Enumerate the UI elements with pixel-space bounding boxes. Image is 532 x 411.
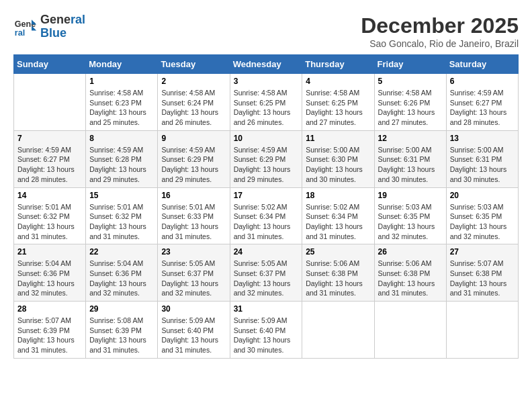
day-number: 2 [161,77,226,86]
calendar-cell: 30Sunrise: 5:09 AM Sunset: 6:40 PM Dayli… [158,302,230,359]
cell-details: Sunrise: 5:03 AM Sunset: 6:35 PM Dayligh… [450,202,515,242]
cell-details: Sunrise: 4:58 AM Sunset: 6:23 PM Dayligh… [89,88,154,128]
cell-details: Sunrise: 5:05 AM Sunset: 6:37 PM Dayligh… [161,259,226,298]
calendar-cell: 20Sunrise: 5:03 AM Sunset: 6:35 PM Dayli… [446,187,518,244]
day-number: 3 [234,77,299,86]
cell-details: Sunrise: 4:58 AM Sunset: 6:24 PM Dayligh… [161,88,226,128]
day-number: 23 [161,247,226,257]
day-number: 18 [306,191,370,200]
calendar-cell: 9Sunrise: 4:59 AM Sunset: 6:29 PM Daylig… [158,130,230,187]
calendar-cell: 8Sunrise: 4:59 AM Sunset: 6:28 PM Daylig… [86,130,158,187]
calendar-week-5: 28Sunrise: 5:07 AM Sunset: 6:39 PM Dayli… [14,302,519,359]
calendar-cell: 18Sunrise: 5:02 AM Sunset: 6:34 PM Dayli… [302,187,374,244]
day-number: 1 [89,77,154,86]
col-header-sunday: Sunday [14,55,86,74]
cell-details: Sunrise: 5:00 AM Sunset: 6:30 PM Dayligh… [306,145,370,185]
month-title: December 2025 [361,13,519,38]
cell-details: Sunrise: 5:01 AM Sunset: 6:32 PM Dayligh… [17,202,82,242]
calendar-week-1: 1Sunrise: 4:58 AM Sunset: 6:23 PM Daylig… [14,74,519,131]
cell-details: Sunrise: 4:58 AM Sunset: 6:26 PM Dayligh… [378,88,443,128]
day-number: 6 [450,77,515,86]
cell-details: Sunrise: 5:01 AM Sunset: 6:33 PM Dayligh… [161,202,226,242]
calendar-cell: 7Sunrise: 4:59 AM Sunset: 6:27 PM Daylig… [14,130,86,187]
calendar-cell [374,302,446,359]
calendar-cell: 28Sunrise: 5:07 AM Sunset: 6:39 PM Dayli… [14,302,86,359]
page-header: Gene ral General Blue December 2025 Sao … [13,13,519,49]
day-number: 22 [89,247,154,257]
day-number: 14 [17,191,82,200]
calendar-cell: 4Sunrise: 4:58 AM Sunset: 6:25 PM Daylig… [302,74,374,131]
col-header-thursday: Thursday [302,55,374,74]
day-number: 4 [306,77,370,86]
calendar-cell: 6Sunrise: 4:59 AM Sunset: 6:27 PM Daylig… [446,74,518,131]
calendar-cell: 27Sunrise: 5:07 AM Sunset: 6:38 PM Dayli… [446,244,518,302]
calendar-cell [14,74,86,131]
calendar-week-3: 14Sunrise: 5:01 AM Sunset: 6:32 PM Dayli… [14,187,519,244]
location: Sao Goncalo, Rio de Janeiro, Brazil [361,38,519,49]
cell-details: Sunrise: 5:07 AM Sunset: 6:39 PM Dayligh… [17,316,82,355]
col-header-tuesday: Tuesday [158,55,230,74]
calendar-week-4: 21Sunrise: 5:04 AM Sunset: 6:36 PM Dayli… [14,244,519,302]
cell-details: Sunrise: 4:58 AM Sunset: 6:25 PM Dayligh… [306,88,370,128]
calendar-cell [446,302,518,359]
cell-details: Sunrise: 5:02 AM Sunset: 6:34 PM Dayligh… [234,202,299,242]
day-number: 9 [161,134,226,143]
day-number: 17 [234,191,299,200]
day-number: 11 [306,134,370,143]
day-number: 15 [89,191,154,200]
cell-details: Sunrise: 4:59 AM Sunset: 6:29 PM Dayligh… [161,145,226,185]
calendar-cell: 11Sunrise: 5:00 AM Sunset: 6:30 PM Dayli… [302,130,374,187]
col-header-friday: Friday [374,55,446,74]
cell-details: Sunrise: 5:02 AM Sunset: 6:34 PM Dayligh… [306,202,370,242]
calendar-cell [302,302,374,359]
cell-details: Sunrise: 4:59 AM Sunset: 6:27 PM Dayligh… [450,88,515,128]
day-number: 25 [306,247,370,257]
cell-details: Sunrise: 4:58 AM Sunset: 6:25 PM Dayligh… [234,88,299,128]
logo-text2: Blue [40,27,85,40]
day-number: 31 [234,304,299,314]
day-number: 28 [17,304,82,314]
day-number: 16 [161,191,226,200]
svg-text:ral: ral [15,28,25,37]
cell-details: Sunrise: 5:05 AM Sunset: 6:37 PM Dayligh… [234,259,299,298]
cell-details: Sunrise: 5:00 AM Sunset: 6:31 PM Dayligh… [450,145,515,185]
calendar-cell: 29Sunrise: 5:08 AM Sunset: 6:39 PM Dayli… [86,302,158,359]
calendar-cell: 17Sunrise: 5:02 AM Sunset: 6:34 PM Dayli… [230,187,302,244]
calendar-cell: 21Sunrise: 5:04 AM Sunset: 6:36 PM Dayli… [14,244,86,302]
calendar-cell: 15Sunrise: 5:01 AM Sunset: 6:32 PM Dayli… [86,187,158,244]
cell-details: Sunrise: 4:59 AM Sunset: 6:29 PM Dayligh… [234,145,299,185]
calendar-cell: 13Sunrise: 5:00 AM Sunset: 6:31 PM Dayli… [446,130,518,187]
cell-details: Sunrise: 5:00 AM Sunset: 6:31 PM Dayligh… [378,145,443,185]
day-number: 10 [234,134,299,143]
col-header-monday: Monday [86,55,158,74]
day-number: 7 [17,134,82,143]
day-number: 5 [378,77,443,86]
cell-details: Sunrise: 5:01 AM Sunset: 6:32 PM Dayligh… [89,202,154,242]
day-number: 29 [89,304,154,314]
calendar-cell: 23Sunrise: 5:05 AM Sunset: 6:37 PM Dayli… [158,244,230,302]
cell-details: Sunrise: 5:04 AM Sunset: 6:36 PM Dayligh… [17,259,82,298]
cell-details: Sunrise: 5:03 AM Sunset: 6:35 PM Dayligh… [378,202,443,242]
day-number: 27 [450,247,515,257]
col-header-wednesday: Wednesday [230,55,302,74]
calendar-cell: 25Sunrise: 5:06 AM Sunset: 6:38 PM Dayli… [302,244,374,302]
logo-icon: Gene ral [13,15,38,39]
day-number: 8 [89,134,154,143]
calendar-cell: 26Sunrise: 5:06 AM Sunset: 6:38 PM Dayli… [374,244,446,302]
calendar-cell: 5Sunrise: 4:58 AM Sunset: 6:26 PM Daylig… [374,74,446,131]
day-number: 19 [378,191,443,200]
logo: Gene ral General Blue [13,13,85,40]
day-number: 12 [378,134,443,143]
day-number: 21 [17,247,82,257]
cell-details: Sunrise: 5:09 AM Sunset: 6:40 PM Dayligh… [161,316,226,355]
calendar-cell: 12Sunrise: 5:00 AM Sunset: 6:31 PM Dayli… [374,130,446,187]
day-number: 13 [450,134,515,143]
day-number: 20 [450,191,515,200]
calendar-cell: 1Sunrise: 4:58 AM Sunset: 6:23 PM Daylig… [86,74,158,131]
cell-details: Sunrise: 5:04 AM Sunset: 6:36 PM Dayligh… [89,259,154,298]
calendar-cell: 2Sunrise: 4:58 AM Sunset: 6:24 PM Daylig… [158,74,230,131]
cell-details: Sunrise: 5:06 AM Sunset: 6:38 PM Dayligh… [306,259,370,298]
col-header-saturday: Saturday [446,55,518,74]
calendar-cell: 24Sunrise: 5:05 AM Sunset: 6:37 PM Dayli… [230,244,302,302]
calendar-cell: 3Sunrise: 4:58 AM Sunset: 6:25 PM Daylig… [230,74,302,131]
